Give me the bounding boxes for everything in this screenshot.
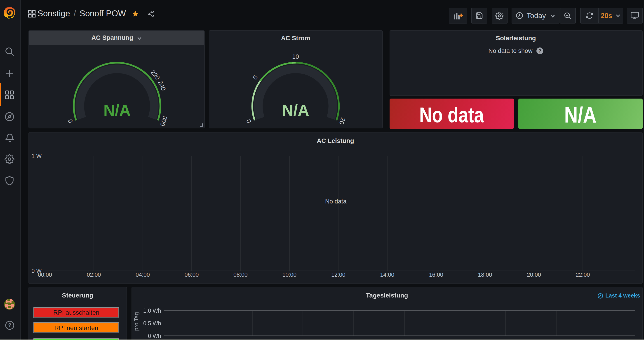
svg-text:18:00: 18:00 (478, 271, 492, 278)
svg-text:N/A: N/A (282, 101, 309, 119)
svg-text:0.5 Wh: 0.5 Wh (143, 320, 161, 326)
svg-text:06:00: 06:00 (184, 271, 199, 278)
svg-text:N/A: N/A (104, 101, 131, 119)
svg-text:22:00: 22:00 (576, 271, 590, 278)
svg-text:16:00: 16:00 (429, 271, 443, 278)
svg-text:0 Wh: 0 Wh (148, 333, 161, 339)
svg-text:12:00: 12:00 (331, 271, 346, 278)
svg-text:08:00: 08:00 (234, 271, 248, 278)
svg-text:5: 5 (252, 74, 259, 81)
svg-text:10:00: 10:00 (282, 271, 297, 278)
svg-text:02:00: 02:00 (87, 271, 101, 278)
svg-text:04:00: 04:00 (136, 271, 150, 278)
svg-text:20: 20 (338, 116, 346, 125)
svg-text:10: 10 (292, 53, 299, 60)
svg-text:14:00: 14:00 (380, 271, 394, 278)
svg-text:No data: No data (325, 198, 347, 205)
svg-text:0: 0 (67, 118, 74, 124)
svg-text:?: ? (538, 48, 542, 53)
svg-text:1 W: 1 W (32, 153, 42, 159)
svg-text:20:00: 20:00 (527, 271, 541, 278)
svg-text:00:00: 00:00 (38, 271, 52, 278)
svg-text:240: 240 (156, 79, 167, 91)
svg-text:0: 0 (245, 118, 253, 124)
svg-text:1.0 Wh: 1.0 Wh (143, 307, 161, 314)
svg-text:pro Tag: pro Tag (133, 312, 140, 331)
svg-text:300: 300 (159, 115, 168, 127)
svg-text:?: ? (8, 322, 11, 328)
